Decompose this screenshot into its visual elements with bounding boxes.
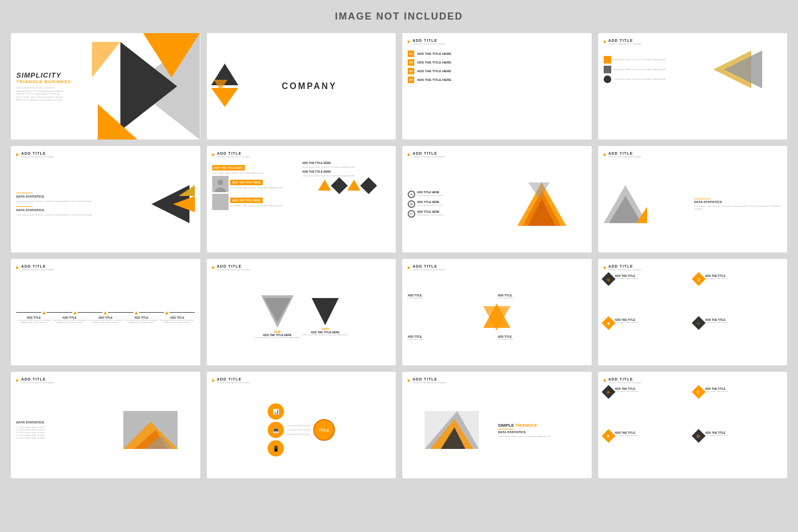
slide11-item2-text: Lorem ipsum dolor: [498, 297, 586, 299]
slide14-text1: Lorem ipsum dolor sit amet: [287, 425, 310, 427]
slide4-sub: Choose a Fly Impression template: [609, 42, 642, 45]
slide4-item2: Lorem ipsum dolor sit amet, consectetur …: [613, 68, 666, 71]
slide14-title: ADD TITLE: [217, 377, 250, 381]
slide15-header: ADD TITLE Choose a Fly Impression templa…: [408, 377, 586, 384]
slide16-title: ADD TITLE: [609, 377, 642, 381]
slide11-item1-text: Lorem ipsum dolor: [408, 297, 496, 299]
num-box-4: 04: [408, 77, 414, 83]
slide12-title: ADD TITLE: [609, 264, 642, 268]
slide11-title: ADD TITLE: [413, 264, 446, 268]
slide3-title: ADD TITLE: [413, 39, 446, 42]
slide16-item3-text: Lorem ipsum dolor sit amet: [705, 390, 728, 392]
list-label-1: ADD THE TITLE HERE: [417, 52, 451, 55]
slide3-header: ADD TITLE Choose a Fly Impression templa…: [408, 39, 586, 45]
slide14-text2: Lorem ipsum dolor sit amet: [287, 429, 310, 431]
slide15-sub: Choose a Fly Impression template: [413, 381, 446, 384]
svg-marker-26: [312, 298, 339, 325]
slide15-simple: SIMPLE: [498, 423, 514, 428]
num-box-2: 02: [408, 59, 414, 66]
slide4-item1: Lorem ipsum dolor sit amet, consectetur …: [613, 58, 666, 61]
slide12-icon1: ψ: [607, 277, 610, 282]
slide9-text3: Lorem ipsum dolor sit amet, consectetur …: [88, 319, 123, 324]
abc-a: A: [408, 191, 415, 198]
slide16-label-a: A: [607, 390, 610, 394]
slide8-stats: DATA STATISTICS: [694, 200, 782, 204]
circle-icon3: 📱: [273, 446, 279, 452]
slide-5: ADD TITLE Choose a Fly Impression templa…: [11, 146, 200, 252]
play-icon: [212, 379, 215, 382]
slide8-lorem: Lorem ipsum dolor sit amet, consectetur …: [694, 205, 782, 210]
slide6-label2: ADD THE TITLE HERE: [230, 180, 263, 185]
slide12-item3-text: Lorem ipsum dolor sit amet: [615, 321, 638, 324]
slide13-stats: DATA STATISTICS: [16, 421, 104, 424]
slide6-text4: Lorem ipsum dolor sit amet, consectetur …: [302, 166, 390, 168]
slide-14: ADD TITLE Choose a Fly Impression templa…: [207, 372, 396, 478]
slide5-lorem1: Lorem ipsum dolor sit amet, consectetur …: [16, 200, 104, 202]
slide9-text2: Lorem ipsum dolor sit amet, consectetur …: [52, 319, 87, 324]
slide7-item1-text: Lorem ipsum dolor sit amet: [417, 194, 443, 197]
slide-8: ADD TITLE Choose a Fly Impression templa…: [598, 146, 788, 252]
slide7-header: ADD TITLE Choose a Fly Impression templa…: [408, 151, 586, 158]
slide11-item3-text: Lorem ipsum dolor: [408, 338, 496, 340]
play-icon: [604, 379, 606, 382]
list-item: 01 ADD THE TITLE HERE: [408, 50, 586, 57]
slide-16: ADD TITLE Choose a Fly Impression templa…: [598, 372, 788, 478]
play-icon: [408, 153, 410, 156]
slide16-label-b: B: [607, 434, 610, 438]
list-item: 04 ADD THE TITLE HERE: [408, 77, 586, 83]
play-icon: [16, 379, 19, 382]
list-label-4: ADD THE TITLE HERE: [417, 78, 451, 81]
play-icon: [212, 266, 215, 269]
slide6-label5: ADD THE TITLE HERE: [302, 170, 390, 173]
slide6-text3: Lorem ipsum dolor sit amet, consectetur …: [230, 204, 282, 207]
slide7-item2-text: Lorem ipsum dolor sit amet: [417, 204, 443, 206]
play-icon: [408, 266, 410, 269]
slide15-lorem: Lorem ipsum dolor sit amet, consectetur …: [498, 435, 586, 438]
slide8-sub: Choose a Fly Impression template: [609, 155, 642, 158]
list-label-2: ADD THE TITLE HERE: [417, 61, 451, 64]
slide7-sub: Choose a Fly Impression template: [413, 155, 446, 158]
play-icon: [16, 153, 19, 156]
slide4-item3: Lorem ipsum dolor sit amet, consectetur …: [613, 78, 666, 80]
slide1-title-sub: TRIANGLE BUSINESS: [16, 79, 71, 84]
play-icon: [604, 153, 606, 156]
slide15-triangle: TRIANGLE: [515, 423, 537, 428]
slide12-icon2: Q: [697, 277, 700, 282]
slide4-title: ADD TITLE: [609, 39, 642, 42]
slide12-item2-text: Lorem ipsum dolor sit amet: [705, 277, 728, 280]
slide1-desc: Lorem ipsum dolor sit amet, consectetur …: [16, 86, 65, 102]
slide12-icon3: ◈: [607, 321, 610, 326]
slide16-label-d: D: [697, 434, 700, 438]
slide11-sub: Choose a Fly Impression template: [413, 268, 446, 271]
play-icon: [604, 266, 606, 269]
slide9-text4: Lorem ipsum dolor sit amet, consectetur …: [124, 319, 159, 324]
slide10-lorem1: Lorem ipsum dolor sit amet, consectetur …: [255, 337, 300, 339]
slide16-sub: Choose a Fly Impression template: [609, 381, 642, 384]
slide-13: ADD TITLE Choose a Fly Impression templa…: [11, 372, 200, 478]
slide5-sub: Choose a Fly Impression template: [21, 155, 54, 158]
slide15-stats: DATA STATISTICS: [498, 430, 586, 434]
slide7-title: ADD TITLE: [413, 151, 446, 155]
slide9-header: ADD TITLE Choose a Fly Impression templa…: [16, 264, 195, 271]
slide13-title: ADD TITLE: [21, 377, 54, 381]
slide5-header: ADD TITLE Choose a Fly Impression templa…: [16, 151, 195, 158]
slide16-item4-text: Lorem ipsum dolor sit amet: [705, 434, 728, 436]
list-item: 03 ADD THE TITLE HERE: [408, 68, 586, 74]
slide13-header: ADD TITLE Choose a Fly Impression templa…: [16, 377, 195, 384]
slide14-text3: Lorem ipsum dolor sit amet: [287, 433, 310, 435]
circle-label: TITLE: [319, 428, 329, 432]
play-icon: [16, 266, 19, 269]
slide14-sub: Choose a Fly Impression template: [217, 381, 250, 384]
slide16-label-c: C: [697, 390, 700, 394]
slide16-item1-text: Lorem ipsum dolor sit amet: [615, 390, 638, 392]
slide13-item5: 5. Lorem ipsum dolor sit amet: [16, 436, 104, 439]
slide-1: SIMPLICITY TRIANGLE BUSINESS Lorem ipsum…: [11, 33, 200, 140]
slide6-label4: ADD THE TITLE HERE: [302, 161, 390, 164]
abc-c: C: [408, 210, 415, 218]
slide6-title: ADD TITLE: [217, 151, 250, 155]
slide-9: ADD TITLE Choose a Fly Impression templa…: [11, 259, 200, 365]
circle-icon1: 📊: [273, 409, 279, 415]
svg-marker-6: [211, 88, 238, 107]
slide5-lorem2: Lorem ipsum dolor sit amet, consectetur …: [16, 213, 104, 216]
slide6-label3: ADD THE TITLE HERE: [230, 198, 263, 203]
